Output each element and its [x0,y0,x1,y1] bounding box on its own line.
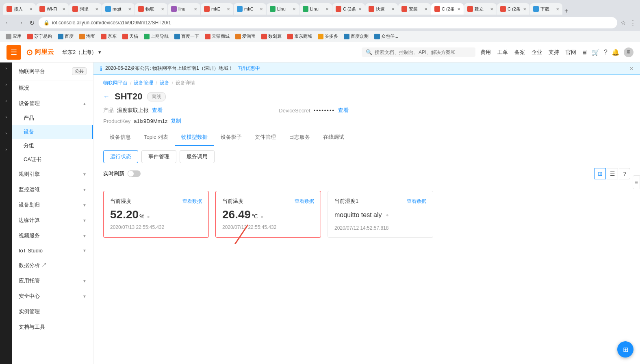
bookmark-apps[interactable]: 应用 [3,32,24,40]
nav-link-guanwang[interactable]: 官网 [566,49,576,56]
tab-close[interactable]: ✕ [424,7,427,11]
bookmark-suning[interactable]: 苏宁易购 [25,32,54,40]
sidebar-item-rules[interactable]: 规则引擎 ▼ [12,166,93,182]
strip-arrow-4[interactable]: › [5,114,7,119]
sub-tab-events[interactable]: 事件管理 [141,150,176,163]
sidebar-item-monitor[interactable]: 监控运维 ▼ [12,182,93,197]
tab-close[interactable]: ✕ [29,7,33,11]
tab-close[interactable]: ✕ [358,7,362,11]
tab-linux2[interactable]: Linu ✕ [267,3,299,15]
back-button[interactable]: ← [3,18,13,27]
view-data-link[interactable]: 查看数据 [295,198,314,205]
tab-close[interactable]: ✕ [128,7,131,11]
sidebar-item-edge[interactable]: 边缘计算 ▼ [12,213,93,228]
new-tab-button[interactable]: + [563,7,570,15]
devicesecret-view-link[interactable]: 查看 [338,107,349,114]
bookmark-taobao[interactable]: 淘宝 [77,32,98,40]
cart-icon[interactable]: 🛒 [592,48,600,56]
bookmark-jd[interactable]: 京东 [98,32,119,40]
help-button[interactable]: ? [619,168,630,179]
float-icon-1[interactable]: ≡ [635,179,638,185]
tab-close[interactable]: ✕ [325,7,329,11]
tab-build[interactable]: 建立 ✕ [464,3,497,15]
nav-link-feiyong[interactable]: 费用 [480,49,491,56]
tab-close[interactable]: ✕ [194,7,197,11]
nav-link-qiye[interactable]: 企业 [532,49,542,56]
sidebar-item-ca[interactable]: CA证书 [12,153,93,166]
nav-link-gongdan[interactable]: 工单 [497,49,508,56]
sub-tab-service[interactable]: 服务调用 [180,150,215,163]
bookmark-baidu-search[interactable]: 百度一下 [172,32,202,40]
tab-close[interactable]: ✕ [490,7,493,11]
tab-install[interactable]: 安装 ✕ [398,3,431,15]
tab-log-service[interactable]: 日志服务 [282,129,317,146]
sidebar-item-product[interactable]: 产品 [12,111,93,125]
tab-kuaisu[interactable]: 快速 ✕ [365,3,398,15]
tab-close[interactable]: ✕ [227,7,230,11]
back-button[interactable]: ← [103,93,110,100]
sidebar-item-video[interactable]: 视频服务 ▼ [12,228,93,243]
tab-device-shadow[interactable]: 设备影子 [214,129,248,146]
logo[interactable]: ⊙ 阿里云 [26,47,54,57]
info-icon[interactable]: ● [386,212,389,218]
sidebar-item-group[interactable]: 分组 [12,139,93,153]
strip-arrow-2[interactable]: › [5,82,7,87]
tab-close[interactable]: ✕ [293,7,296,11]
breadcrumb-devices[interactable]: 设备 [160,80,169,86]
address-text[interactable]: iot.console.aliyun.com/devices/a1lx9D9Mm… [52,20,612,26]
tab-c2[interactable]: C (2条 ✕ [497,3,529,15]
bookmark-aitao[interactable]: 爱淘宝 [233,32,258,40]
tab-topic-list[interactable]: Topic 列表 [137,129,175,146]
tab-mqtt[interactable]: mqtt ✕ [102,3,135,15]
tab-file-mgmt[interactable]: 文件管理 [248,129,282,146]
sidebar-item-instance[interactable]: 实例管理 [12,304,93,319]
bookmark-quanduo[interactable]: 券多多 [315,32,341,40]
breadcrumb-device-mgmt[interactable]: 设备管理 [134,80,153,86]
info-icon[interactable]: ● [147,214,150,220]
nav-link-zhichi[interactable]: 支持 [549,49,559,56]
sidebar-item-device-mgmt[interactable]: 设备管理 ▲ [12,96,93,111]
bookmark-baidu[interactable]: 百度 [55,32,76,40]
tab-close[interactable]: ✕ [523,7,526,11]
tab-c1[interactable]: C (2条 ✕ [332,3,365,15]
tab-tsl-data[interactable]: 物模型数据 [175,129,214,146]
sidebar-item-overview[interactable]: 概况 [12,80,93,96]
bookmark-baidu-crowd[interactable]: 百度众测 [341,32,371,40]
tab-wifi[interactable]: Wi-Fi ✕ [36,3,69,15]
view-data-link[interactable]: 查看数据 [182,198,202,205]
tab-close[interactable]: ✕ [260,7,263,11]
tab-download[interactable]: 下载 ✕ [530,3,562,15]
info-icon[interactable]: ● [260,214,263,220]
sidebar-item-device-mgmt2[interactable]: 设备划归 ▼ [12,197,93,213]
breadcrumb-platform[interactable]: 物联网平台 [103,80,128,86]
bookmark-shuasuan[interactable]: 数划算 [259,32,284,40]
bookmark-icon[interactable]: ☆ [620,18,627,27]
help-float-button[interactable]: ⊞ [617,341,633,358]
strip-arrow-1[interactable]: › [5,66,7,71]
sub-tab-running[interactable]: 运行状态 [103,150,138,163]
forward-button[interactable]: → [15,18,25,27]
monitor-icon[interactable]: 🖥 [581,49,588,56]
more-icon[interactable]: ⋮ [629,18,637,27]
tab-mke[interactable]: mkE ✕ [201,3,233,15]
bell-icon[interactable]: 🔔 [612,48,620,56]
tab-close[interactable]: ✕ [391,7,395,11]
announcement-close[interactable]: ✕ [629,66,633,71]
search-box[interactable]: 🔍 [362,47,475,57]
list-view-button[interactable]: ☰ [607,168,618,179]
tab-active[interactable]: C (2条 ✕ [431,3,464,15]
sidebar-item-docs[interactable]: 文档与工具 [12,319,93,335]
strip-arrow-5[interactable]: › [5,131,7,136]
view-data-link[interactable]: 查看数据 [407,198,426,205]
tab-wulian[interactable]: 物联 ✕ [135,3,167,15]
sidebar-item-device[interactable]: 设备 [12,125,93,139]
tab-online-debug[interactable]: 在线调试 [317,129,351,146]
bookmark-tmall-mall[interactable]: 天猫商城 [202,32,232,40]
bookmark-tmall[interactable]: 天猫 [120,32,141,40]
tab-linux1[interactable]: linu ✕ [168,3,200,15]
tab-linux3[interactable]: Linu ✕ [299,3,332,15]
nav-link-beian[interactable]: 备案 [514,49,525,56]
tab-device-info[interactable]: 设备信息 [103,129,137,146]
tab-close[interactable]: ✕ [95,7,98,11]
strip-arrow-3[interactable]: › [5,98,7,103]
